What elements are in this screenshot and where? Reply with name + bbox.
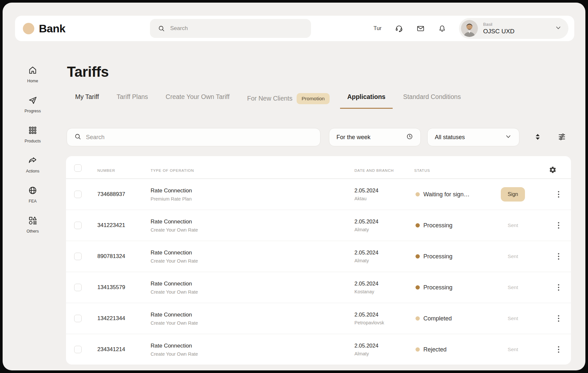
operation-type: Rate Connection xyxy=(151,312,198,318)
application-number: 234341214 xyxy=(97,346,125,353)
application-number: 134221344 xyxy=(97,315,125,322)
sidebar-item-actions[interactable]: Actions xyxy=(19,155,46,173)
applications-table: NUMBER TYPE OF OPERATION DATE AND BRANCH… xyxy=(66,156,571,365)
operation-type: Rate Connection xyxy=(151,343,198,349)
application-date: 2.05.2024 xyxy=(354,281,378,287)
sent-label: Sent xyxy=(508,222,518,228)
table-row[interactable]: 734688937 Rate Connection Premium Rate P… xyxy=(66,179,571,210)
row-menu-kebab-icon[interactable] xyxy=(555,284,563,291)
tab-applications[interactable]: Applications xyxy=(340,93,393,109)
user-menu[interactable]: Basil OJSC UXD xyxy=(459,18,568,39)
sign-button[interactable]: Sign xyxy=(501,187,525,202)
tab-tariff-plans[interactable]: Tariff Plans xyxy=(117,93,148,108)
application-date: 2.05.2024 xyxy=(354,187,378,194)
operation-subtype: Create Your Own Rate xyxy=(151,289,198,295)
table-row[interactable]: 234341214 Rate Connection Create Your Ow… xyxy=(66,334,571,365)
row-menu-kebab-icon[interactable] xyxy=(555,346,563,353)
operation-type: Rate Connection xyxy=(151,250,198,256)
sidebar-label: Products xyxy=(24,139,41,143)
operation-subtype: Create Your Own Rate xyxy=(151,258,198,264)
period-filter-value: For the week xyxy=(336,134,370,141)
brand-logo-icon xyxy=(23,23,34,34)
table-settings-gear-icon[interactable] xyxy=(549,166,557,174)
table-header-row: NUMBER TYPE OF OPERATION DATE AND BRANCH… xyxy=(66,156,571,179)
tab-my-tariff[interactable]: My Tariff xyxy=(75,93,99,108)
sidebar-label: Others xyxy=(26,229,39,234)
sent-label: Sent xyxy=(508,316,518,321)
support-headset-icon[interactable] xyxy=(395,24,403,33)
status-label: Rejected xyxy=(423,346,447,353)
status-label: Processing xyxy=(423,222,452,229)
application-date: 2.05.2024 xyxy=(354,219,378,225)
page-title: Tariffs xyxy=(67,64,109,80)
sidebar-item-home[interactable]: Home xyxy=(19,65,46,83)
table-row[interactable]: 134135579 Rate Connection Create Your Ow… xyxy=(66,272,571,303)
grid-dots-icon xyxy=(28,125,38,137)
tab-standard-conditions[interactable]: Standard Conditions xyxy=(403,93,461,108)
operation-subtype: Create Your Own Rate xyxy=(151,320,198,326)
operation-type: Rate Connection xyxy=(151,187,192,194)
row-checkbox[interactable] xyxy=(74,191,82,198)
status-filter-dropdown[interactable]: All statuses xyxy=(427,128,519,146)
applications-search-input[interactable]: Search xyxy=(67,128,320,146)
application-branch: Almaty xyxy=(354,258,378,263)
sidebar-item-fea[interactable]: FEA xyxy=(19,186,46,203)
paper-plane-icon xyxy=(28,95,38,106)
row-checkbox[interactable] xyxy=(74,315,82,322)
sent-label: Sent xyxy=(508,347,518,352)
sidebar-label: Home xyxy=(27,79,38,83)
global-search-input[interactable]: Search xyxy=(150,19,311,38)
user-organization: OJSC UXD xyxy=(483,28,514,35)
status-label: Processing xyxy=(423,284,452,291)
application-branch: Almaty xyxy=(354,351,378,356)
application-branch: Kostanay xyxy=(354,289,378,294)
mail-icon[interactable] xyxy=(416,24,425,33)
application-branch: Almaty xyxy=(354,227,378,232)
global-search-placeholder: Search xyxy=(170,25,188,32)
row-checkbox[interactable] xyxy=(74,284,82,291)
row-checkbox[interactable] xyxy=(74,222,82,229)
operation-type: Rate Connection xyxy=(151,281,198,287)
application-date: 2.05.2024 xyxy=(354,312,384,318)
sidebar-item-products[interactable]: Products xyxy=(19,125,46,143)
table-row[interactable]: 890781324 Rate Connection Create Your Ow… xyxy=(66,241,571,272)
row-menu-kebab-icon[interactable] xyxy=(555,315,563,322)
select-all-checkbox[interactable] xyxy=(74,164,82,172)
search-placeholder: Search xyxy=(86,134,105,141)
tariffs-tabs: My Tariff Tariff Plans Create Your Own T… xyxy=(75,93,461,111)
filter-settings-button[interactable] xyxy=(557,132,567,142)
column-header-date: DATE AND BRANCH xyxy=(354,169,394,172)
sidebar-label: Actions xyxy=(26,169,40,173)
table-row[interactable]: 134221344 Rate Connection Create Your Ow… xyxy=(66,303,571,334)
column-header-status: STATUS xyxy=(414,169,430,172)
home-icon xyxy=(28,65,38,76)
promotion-badge: Promotion xyxy=(297,93,330,104)
shapes-icon xyxy=(28,216,38,227)
status-dot xyxy=(416,316,420,321)
row-checkbox[interactable] xyxy=(74,253,82,260)
status-filter-value: All statuses xyxy=(435,134,465,141)
row-checkbox[interactable] xyxy=(74,346,82,353)
notifications-bell-icon[interactable] xyxy=(438,24,446,33)
share-arrow-icon xyxy=(28,155,38,167)
sidebar-item-progress[interactable]: Progress xyxy=(19,95,46,113)
brand-logo: Bank xyxy=(23,16,65,41)
table-row[interactable]: 341223421 Rate Connection Create Your Ow… xyxy=(66,210,571,241)
sidebar-label: FEA xyxy=(29,199,37,203)
row-menu-kebab-icon[interactable] xyxy=(555,221,563,229)
sidebar-label: Progress xyxy=(24,109,41,113)
application-date: 2.05.2024 xyxy=(354,343,378,349)
status-dot xyxy=(416,223,420,228)
sort-button[interactable] xyxy=(533,132,543,142)
sidebar-item-others[interactable]: Others xyxy=(19,216,46,234)
tab-for-new-clients[interactable]: For New Clients Promotion xyxy=(247,93,330,111)
tab-create-your-own-tariff[interactable]: Create Your Own Tariff xyxy=(166,93,229,108)
row-menu-kebab-icon[interactable] xyxy=(555,190,563,198)
row-menu-kebab-icon[interactable] xyxy=(555,252,563,260)
period-filter-dropdown[interactable]: For the week xyxy=(329,128,421,146)
clock-icon xyxy=(406,133,413,141)
sent-label: Sent xyxy=(508,253,518,259)
status-dot xyxy=(416,285,420,290)
language-switcher[interactable]: Tur xyxy=(373,25,382,32)
column-header-number: NUMBER xyxy=(97,169,115,172)
